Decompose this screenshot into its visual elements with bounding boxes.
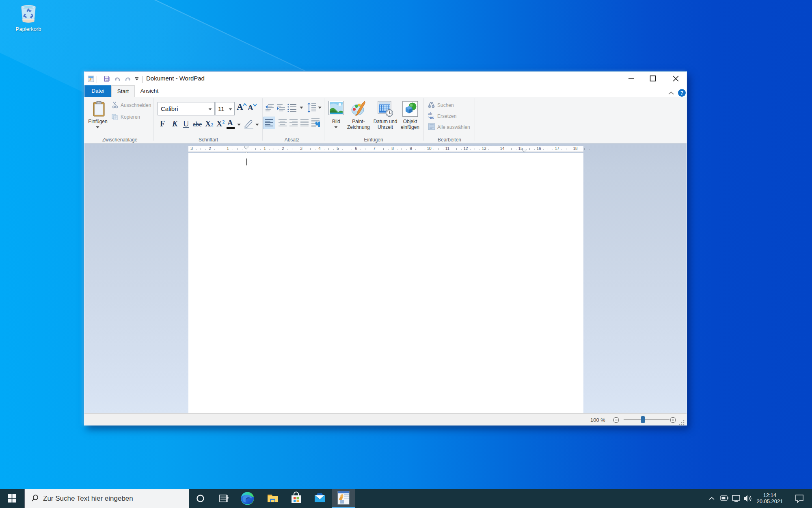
svg-text:ac: ac [430,115,434,119]
